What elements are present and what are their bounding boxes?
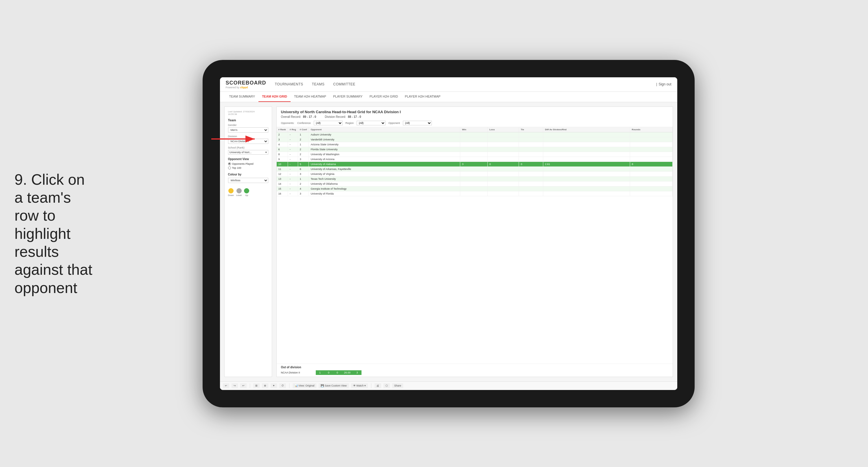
watch-button[interactable]: 👁 Watch ▾ (351, 383, 368, 388)
table-row[interactable]: 13-1Texas Tech University (277, 176, 673, 181)
legend-dot-down (228, 188, 234, 194)
view-button[interactable]: 📊 View: Original (292, 383, 317, 388)
opponent-filter-select[interactable]: (All) (403, 121, 432, 125)
logo-powered-by: Powered by clippd (226, 86, 266, 89)
col-reg: # Reg (288, 127, 298, 132)
print-button[interactable]: 🖨 (374, 383, 381, 388)
table-row[interactable]: 16-3University of Florida (277, 191, 673, 196)
filter-label: Opponents: (281, 122, 294, 124)
table-row[interactable]: 14-2University of Oklahoma (277, 181, 673, 186)
h2h-grid-table: # Rank # Reg # Conf Opponent Win Loss Ti… (277, 127, 673, 196)
share-button[interactable]: Share (392, 383, 403, 388)
division-select[interactable]: NCAA Division I (228, 139, 268, 144)
conference-filter-label: Conference (297, 122, 311, 124)
gender-select[interactable]: Men's (228, 127, 268, 133)
radio-dot-top100 (228, 167, 231, 169)
col-loss: Loss (487, 127, 519, 132)
time-button[interactable]: ⏱ (279, 383, 286, 388)
region-filter-select[interactable]: (All) (356, 121, 385, 125)
step-number: 9. (14, 171, 27, 187)
toolbar-sep-3 (371, 383, 371, 388)
legend-down: Down (228, 188, 234, 197)
division-record-label: Division Record: 88 - 17 - 0 (325, 115, 361, 118)
out-div-label: NCAA Division II (281, 371, 316, 374)
legend: Down Level Up (228, 188, 268, 197)
left-panel: Last Updated: 27/03/2024 16:55:38 Team G… (224, 107, 272, 377)
sub-navigation: TEAM SUMMARY TEAM H2H GRID TEAM H2H HEAT… (220, 92, 677, 102)
star-button[interactable]: ✦ (271, 383, 277, 388)
out-div-rounds: 3 (353, 370, 362, 375)
table-row[interactable]: 10-5University of Alabama3002.618 (277, 162, 673, 167)
undo-button[interactable]: ↩ (223, 383, 229, 388)
save-custom-view-button[interactable]: 💾 Save Custom View (319, 383, 348, 388)
toolbar-sep-1 (250, 383, 250, 388)
tab-player-h2h-heatmap[interactable]: PLAYER H2H HEATMAP (401, 91, 444, 102)
table-row[interactable]: 6-2Florida State University (277, 147, 673, 152)
legend-level: Level (236, 188, 242, 197)
tablet-screen: SCOREBOARD Powered by clippd TOURNAMENTS… (220, 77, 677, 390)
logo: SCOREBOARD Powered by clippd (226, 80, 266, 89)
radio-opponents-played[interactable]: Opponents Played (228, 163, 268, 165)
tab-player-summary[interactable]: PLAYER SUMMARY (330, 91, 366, 102)
col-rounds: Rounds (630, 127, 672, 132)
nav-items: TOURNAMENTS TEAMS COMMITTEE (275, 81, 355, 88)
table-row[interactable]: 15-4Georgia Institute of Technology (277, 186, 673, 191)
table-row[interactable]: 12-3University of Virginia (277, 171, 673, 176)
tab-player-h2h-grid[interactable]: PLAYER H2H GRID (366, 91, 401, 102)
table-row[interactable]: 8-2University of Washington (277, 152, 673, 157)
legend-dot-up (244, 188, 249, 194)
out-div-tie: 0 (333, 370, 342, 375)
gender-label: Gender (228, 124, 268, 126)
legend-dot-level (237, 188, 242, 194)
grid-title: University of North Carolina Head-to-Hea… (281, 110, 668, 114)
table-row[interactable]: 3-2Vanderbilt University (277, 137, 673, 142)
out-div-loss: 0 (324, 370, 333, 375)
grid-header: University of North Carolina Head-to-Hea… (277, 107, 673, 127)
tab-team-h2h-grid[interactable]: TEAM H2H GRID (258, 91, 290, 102)
redo-button[interactable]: ↪ (231, 383, 238, 388)
toolbar-sep-2 (289, 383, 289, 388)
back-button[interactable]: ↩ (240, 383, 247, 388)
out-division-row[interactable]: NCAA Division II 1 0 0 26.00 3 (281, 370, 668, 375)
table-row[interactable]: 9-3University of Arizona (277, 157, 673, 162)
grid-records: Overall Record: 89 - 17 - 0 Division Rec… (281, 115, 668, 118)
out-div-diff: 26.00 (342, 370, 353, 375)
table-row[interactable]: 11-6University of Arkansas, Fayetteville (277, 167, 673, 171)
sign-out-button[interactable]: Sign out (658, 82, 671, 86)
nav-committee[interactable]: COMMITTEE (333, 81, 355, 88)
table-row[interactable]: 4-1Arizona State University (277, 142, 673, 147)
nav-teams[interactable]: TEAMS (312, 81, 324, 88)
last-updated: Last Updated: 27/03/2024 16:55:38 (228, 110, 268, 116)
export-button[interactable]: ⬡ (383, 383, 390, 388)
col-win: Win (460, 127, 488, 132)
grid-filters: Opponents: Conference (All) Region (All)… (281, 121, 668, 125)
out-div-win: 1 (316, 370, 324, 375)
tablet-device: SCOREBOARD Powered by clippd TOURNAMENTS… (203, 60, 694, 407)
table-body: 2-1Auburn University3-2Vanderbilt Univer… (277, 132, 673, 196)
main-content: Last Updated: 27/03/2024 16:55:38 Team G… (220, 102, 677, 381)
tab-team-summary[interactable]: TEAM SUMMARY (226, 91, 259, 102)
division-label: Division (228, 135, 268, 138)
right-panel: University of North Carolina Head-to-Hea… (276, 107, 673, 377)
opponent-filter-label: Opponent (389, 122, 400, 124)
nav-tournaments[interactable]: TOURNAMENTS (275, 81, 303, 88)
school-label: School (Rank) (228, 146, 268, 149)
colour-by-select[interactable]: Win/loss (228, 178, 268, 183)
col-conf: # Conf (298, 127, 309, 132)
opponent-view-title: Opponent View (228, 157, 268, 161)
school-rank-box[interactable]: University of Nort... ▾ (228, 150, 268, 155)
top-navigation: SCOREBOARD Powered by clippd TOURNAMENTS… (220, 77, 677, 92)
instruction-body: Click on a team's row to highlight resul… (14, 171, 92, 296)
team-section-title: Team (228, 118, 268, 122)
grid-table-container: # Rank # Reg # Conf Opponent Win Loss Ti… (277, 127, 673, 363)
out-of-division: Out of division NCAA Division II 1 0 0 2… (277, 363, 673, 377)
add-button[interactable]: ⊕ (262, 383, 268, 388)
grid-button[interactable]: ⊞ (253, 383, 259, 388)
legend-up: Up (244, 188, 249, 197)
out-of-division-title: Out of division (281, 366, 668, 369)
radio-top100[interactable]: Top 100 (228, 167, 268, 169)
tab-team-h2h-heatmap[interactable]: TEAM H2H HEATMAP (290, 91, 330, 102)
conference-filter-select[interactable]: (All) (314, 121, 343, 125)
region-filter-label: Region (346, 122, 354, 124)
table-row[interactable]: 2-1Auburn University (277, 132, 673, 137)
